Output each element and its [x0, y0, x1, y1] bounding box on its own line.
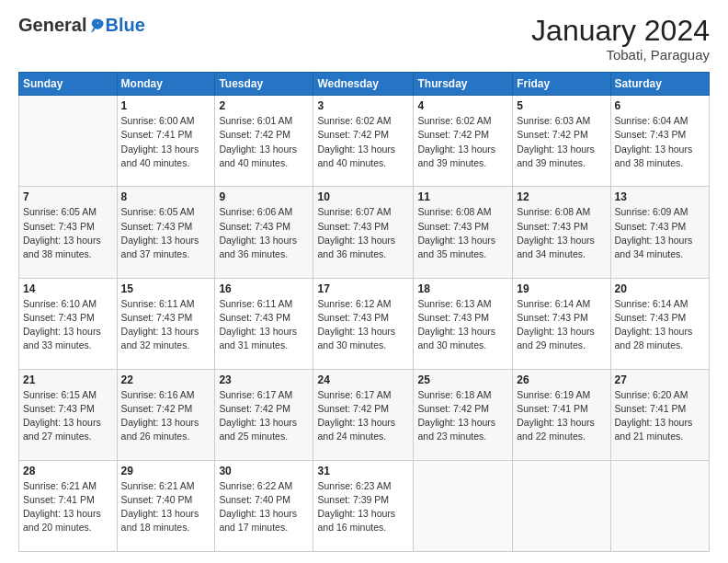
day-info: Sunrise: 6:10 AMSunset: 7:43 PMDaylight:… — [23, 297, 113, 353]
day-number: 24 — [317, 373, 409, 386]
day-info: Sunrise: 6:21 AMSunset: 7:41 PMDaylight:… — [23, 479, 113, 535]
day-number: 2 — [219, 99, 309, 112]
day-number: 27 — [615, 373, 705, 386]
week-row-4: 21Sunrise: 6:15 AMSunset: 7:43 PMDayligh… — [19, 369, 710, 460]
day-info: Sunrise: 6:08 AMSunset: 7:43 PMDaylight:… — [517, 205, 606, 261]
day-number: 3 — [317, 99, 409, 112]
day-cell: 1Sunrise: 6:00 AMSunset: 7:41 PMDaylight… — [117, 96, 215, 187]
day-number: 17 — [317, 282, 409, 295]
day-cell: 30Sunrise: 6:22 AMSunset: 7:40 PMDayligh… — [215, 460, 313, 551]
day-info: Sunrise: 6:04 AMSunset: 7:43 PMDaylight:… — [615, 114, 705, 170]
week-row-2: 7Sunrise: 6:05 AMSunset: 7:43 PMDaylight… — [19, 187, 710, 278]
logo-text: General Blue — [18, 15, 145, 36]
day-info: Sunrise: 6:21 AMSunset: 7:40 PMDaylight:… — [121, 479, 211, 535]
day-cell: 7Sunrise: 6:05 AMSunset: 7:43 PMDaylight… — [19, 187, 118, 278]
day-info: Sunrise: 6:17 AMSunset: 7:42 PMDaylight:… — [317, 388, 409, 444]
day-number: 26 — [517, 373, 606, 386]
day-cell: 23Sunrise: 6:17 AMSunset: 7:42 PMDayligh… — [215, 369, 313, 460]
day-cell: 18Sunrise: 6:13 AMSunset: 7:43 PMDayligh… — [414, 278, 513, 369]
day-number: 1 — [121, 99, 211, 112]
day-number: 11 — [417, 190, 508, 203]
day-info: Sunrise: 6:08 AMSunset: 7:43 PMDaylight:… — [417, 205, 508, 261]
day-number: 30 — [219, 465, 309, 477]
day-info: Sunrise: 6:22 AMSunset: 7:40 PMDaylight:… — [219, 479, 309, 535]
day-number: 23 — [219, 373, 309, 386]
weekday-header-tuesday: Tuesday — [215, 73, 313, 96]
day-number: 29 — [121, 465, 211, 477]
week-row-5: 28Sunrise: 6:21 AMSunset: 7:41 PMDayligh… — [19, 460, 710, 551]
day-number: 9 — [219, 190, 309, 203]
weekday-header-monday: Monday — [117, 73, 215, 96]
day-cell: 26Sunrise: 6:19 AMSunset: 7:41 PMDayligh… — [513, 369, 610, 460]
day-cell: 3Sunrise: 6:02 AMSunset: 7:42 PMDaylight… — [313, 96, 414, 187]
day-number: 4 — [417, 99, 508, 112]
day-cell: 13Sunrise: 6:09 AMSunset: 7:43 PMDayligh… — [610, 187, 709, 278]
day-number: 10 — [317, 190, 409, 203]
day-cell: 21Sunrise: 6:15 AMSunset: 7:43 PMDayligh… — [19, 369, 118, 460]
day-cell: 5Sunrise: 6:03 AMSunset: 7:42 PMDaylight… — [513, 96, 610, 187]
weekday-header-sunday: Sunday — [19, 73, 118, 96]
day-number: 14 — [23, 282, 113, 295]
day-cell: 14Sunrise: 6:10 AMSunset: 7:43 PMDayligh… — [19, 278, 118, 369]
day-cell: 19Sunrise: 6:14 AMSunset: 7:43 PMDayligh… — [513, 278, 610, 369]
day-cell: 17Sunrise: 6:12 AMSunset: 7:43 PMDayligh… — [313, 278, 414, 369]
day-cell: 12Sunrise: 6:08 AMSunset: 7:43 PMDayligh… — [513, 187, 610, 278]
day-number: 21 — [23, 373, 113, 386]
day-cell: 28Sunrise: 6:21 AMSunset: 7:41 PMDayligh… — [19, 460, 118, 551]
location: Tobati, Paraguay — [531, 47, 710, 63]
day-info: Sunrise: 6:02 AMSunset: 7:42 PMDaylight:… — [317, 114, 409, 170]
day-cell: 11Sunrise: 6:08 AMSunset: 7:43 PMDayligh… — [414, 187, 513, 278]
day-number: 20 — [615, 282, 705, 295]
day-cell: 27Sunrise: 6:20 AMSunset: 7:41 PMDayligh… — [610, 369, 709, 460]
day-cell: 2Sunrise: 6:01 AMSunset: 7:42 PMDaylight… — [215, 96, 313, 187]
day-number: 8 — [121, 190, 211, 203]
day-info: Sunrise: 6:14 AMSunset: 7:43 PMDaylight:… — [517, 297, 606, 353]
day-info: Sunrise: 6:09 AMSunset: 7:43 PMDaylight:… — [615, 205, 705, 261]
day-number: 12 — [517, 190, 606, 203]
day-info: Sunrise: 6:01 AMSunset: 7:42 PMDaylight:… — [219, 114, 309, 170]
day-info: Sunrise: 6:15 AMSunset: 7:43 PMDaylight:… — [23, 388, 113, 444]
day-info: Sunrise: 6:06 AMSunset: 7:43 PMDaylight:… — [219, 205, 309, 261]
day-cell: 29Sunrise: 6:21 AMSunset: 7:40 PMDayligh… — [117, 460, 215, 551]
day-cell — [19, 96, 118, 187]
day-info: Sunrise: 6:20 AMSunset: 7:41 PMDaylight:… — [615, 388, 705, 444]
day-cell: 22Sunrise: 6:16 AMSunset: 7:42 PMDayligh… — [117, 369, 215, 460]
day-cell: 31Sunrise: 6:23 AMSunset: 7:39 PMDayligh… — [313, 460, 414, 551]
day-cell: 8Sunrise: 6:05 AMSunset: 7:43 PMDaylight… — [117, 187, 215, 278]
day-cell: 15Sunrise: 6:11 AMSunset: 7:43 PMDayligh… — [117, 278, 215, 369]
day-info: Sunrise: 6:03 AMSunset: 7:42 PMDaylight:… — [517, 114, 606, 170]
day-number: 18 — [417, 282, 508, 295]
day-cell — [610, 460, 709, 551]
day-number: 6 — [615, 99, 705, 112]
weekday-header-thursday: Thursday — [414, 73, 513, 96]
calendar-table: SundayMondayTuesdayWednesdayThursdayFrid… — [18, 72, 710, 552]
weekday-header-saturday: Saturday — [610, 73, 709, 96]
day-cell — [414, 460, 513, 551]
week-row-1: 1Sunrise: 6:00 AMSunset: 7:41 PMDaylight… — [19, 96, 710, 187]
day-info: Sunrise: 6:13 AMSunset: 7:43 PMDaylight:… — [417, 297, 508, 353]
day-info: Sunrise: 6:14 AMSunset: 7:43 PMDaylight:… — [615, 297, 705, 353]
month-title: January 2024 — [531, 15, 710, 47]
title-block: January 2024 Tobati, Paraguay — [531, 15, 710, 63]
calendar-body: 1Sunrise: 6:00 AMSunset: 7:41 PMDaylight… — [19, 96, 710, 552]
day-number: 7 — [23, 190, 113, 203]
day-cell: 24Sunrise: 6:17 AMSunset: 7:42 PMDayligh… — [313, 369, 414, 460]
day-info: Sunrise: 6:17 AMSunset: 7:42 PMDaylight:… — [219, 388, 309, 444]
day-cell: 16Sunrise: 6:11 AMSunset: 7:43 PMDayligh… — [215, 278, 313, 369]
day-info: Sunrise: 6:23 AMSunset: 7:39 PMDaylight:… — [317, 479, 409, 535]
weekday-header-wednesday: Wednesday — [313, 73, 414, 96]
page: General Blue January 2024 Tobati, Paragu… — [0, 0, 728, 563]
day-info: Sunrise: 6:00 AMSunset: 7:41 PMDaylight:… — [121, 114, 211, 170]
day-number: 28 — [23, 465, 113, 477]
day-info: Sunrise: 6:11 AMSunset: 7:43 PMDaylight:… — [121, 297, 211, 353]
day-number: 5 — [517, 99, 606, 112]
day-info: Sunrise: 6:18 AMSunset: 7:42 PMDaylight:… — [417, 388, 508, 444]
day-cell: 20Sunrise: 6:14 AMSunset: 7:43 PMDayligh… — [610, 278, 709, 369]
week-row-3: 14Sunrise: 6:10 AMSunset: 7:43 PMDayligh… — [19, 278, 710, 369]
day-cell — [513, 460, 610, 551]
day-number: 22 — [121, 373, 211, 386]
day-cell: 6Sunrise: 6:04 AMSunset: 7:43 PMDaylight… — [610, 96, 709, 187]
header: General Blue January 2024 Tobati, Paragu… — [18, 15, 710, 63]
day-number: 19 — [517, 282, 606, 295]
logo-bird-icon — [88, 17, 105, 34]
